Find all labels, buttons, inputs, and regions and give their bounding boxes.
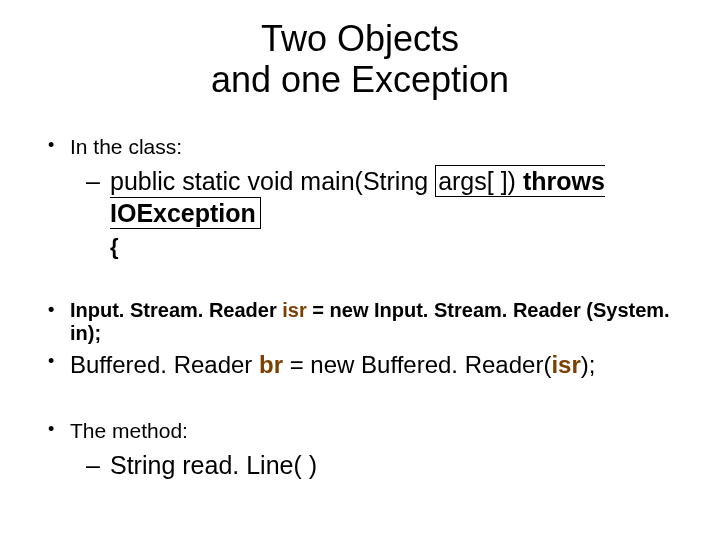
subbullet-readline: String read. Line( ) bbox=[38, 449, 682, 481]
main-boxed-args: args[ ]) bbox=[438, 167, 523, 195]
br-p3: ); bbox=[581, 351, 596, 378]
isr-var: isr bbox=[282, 299, 306, 321]
br-p1: Buffered. Reader bbox=[70, 351, 259, 378]
bullet-method: The method: bbox=[38, 419, 682, 443]
bullet-br: Buffered. Reader br = new Buffered. Read… bbox=[38, 351, 682, 379]
br-arg: isr bbox=[551, 351, 580, 378]
title-line-1: Two Objects bbox=[261, 18, 459, 59]
bullet-isr: Input. Stream. Reader isr = new Input. S… bbox=[38, 299, 682, 345]
br-var: br bbox=[259, 351, 283, 378]
br-p2: = new Buffered. Reader( bbox=[283, 351, 551, 378]
main-brace: { bbox=[110, 234, 119, 259]
title-line-2: and one Exception bbox=[211, 59, 509, 100]
subbullet-main-signature: public static void main(String args[ ]) … bbox=[38, 165, 682, 261]
slide-title: Two Objects and one Exception bbox=[38, 18, 682, 101]
isr-p1: Input. Stream. Reader bbox=[70, 299, 282, 321]
slide: Two Objects and one Exception In the cla… bbox=[0, 0, 720, 540]
bullet-in-class: In the class: bbox=[38, 135, 682, 159]
main-prefix: public static void main(String bbox=[110, 167, 435, 195]
